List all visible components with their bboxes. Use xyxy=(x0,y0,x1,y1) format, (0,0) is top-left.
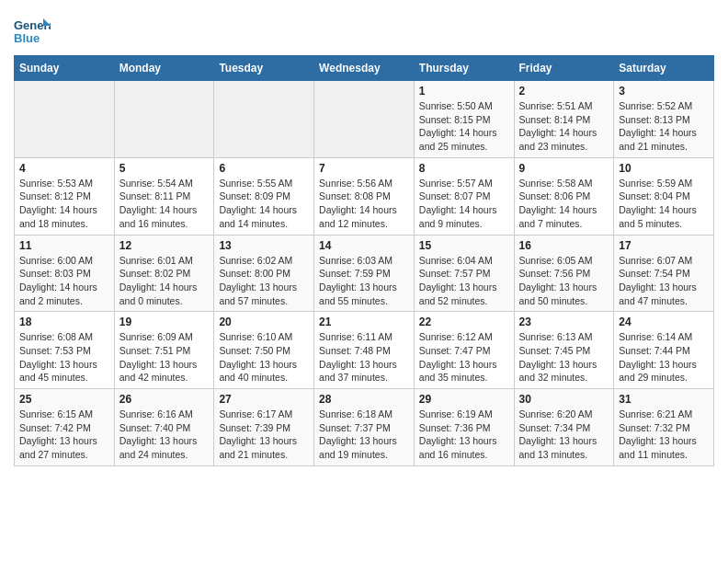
calendar-day-cell: 1Sunrise: 5:50 AM Sunset: 8:15 PM Daylig… xyxy=(414,81,514,158)
calendar-day-cell: 25Sunrise: 6:15 AM Sunset: 7:42 PM Dayli… xyxy=(15,389,115,466)
calendar-day-cell: 15Sunrise: 6:04 AM Sunset: 7:57 PM Dayli… xyxy=(414,235,514,312)
day-number: 19 xyxy=(119,316,210,328)
calendar-day-cell: 2Sunrise: 5:51 AM Sunset: 8:14 PM Daylig… xyxy=(514,81,614,158)
day-info: Sunrise: 5:58 AM Sunset: 8:06 PM Dayligh… xyxy=(519,177,609,231)
day-number: 6 xyxy=(219,162,309,175)
calendar-week-row: 1Sunrise: 5:50 AM Sunset: 8:15 PM Daylig… xyxy=(15,81,714,158)
calendar-day-cell: 27Sunrise: 6:17 AM Sunset: 7:39 PM Dayli… xyxy=(214,389,314,466)
calendar-day-cell xyxy=(314,81,415,158)
day-info: Sunrise: 6:20 AM Sunset: 7:34 PM Dayligh… xyxy=(519,408,609,462)
day-info: Sunrise: 6:14 AM Sunset: 7:44 PM Dayligh… xyxy=(619,330,709,385)
calendar-day-cell: 24Sunrise: 6:14 AM Sunset: 7:44 PM Dayli… xyxy=(614,312,714,389)
calendar-day-cell: 17Sunrise: 6:07 AM Sunset: 7:54 PM Dayli… xyxy=(614,235,714,312)
calendar-day-cell xyxy=(15,81,115,158)
calendar-day-cell: 12Sunrise: 6:01 AM Sunset: 8:02 PM Dayli… xyxy=(114,235,214,312)
day-info: Sunrise: 6:01 AM Sunset: 8:02 PM Dayligh… xyxy=(119,254,210,308)
day-number: 14 xyxy=(319,239,409,252)
day-info: Sunrise: 6:15 AM Sunset: 7:42 PM Dayligh… xyxy=(19,408,109,462)
calendar-day-cell: 19Sunrise: 6:09 AM Sunset: 7:51 PM Dayli… xyxy=(114,312,214,389)
day-info: Sunrise: 5:51 AM Sunset: 8:14 PM Dayligh… xyxy=(519,99,609,154)
day-number: 20 xyxy=(219,316,309,328)
day-number: 17 xyxy=(619,239,709,252)
day-info: Sunrise: 6:17 AM Sunset: 7:39 PM Dayligh… xyxy=(219,408,309,462)
day-info: Sunrise: 6:02 AM Sunset: 8:00 PM Dayligh… xyxy=(219,254,309,308)
day-of-week-header: Sunday xyxy=(15,56,115,81)
calendar-day-cell: 22Sunrise: 6:12 AM Sunset: 7:47 PM Dayli… xyxy=(414,312,514,389)
day-info: Sunrise: 5:56 AM Sunset: 8:08 PM Dayligh… xyxy=(319,177,409,231)
calendar-day-cell: 30Sunrise: 6:20 AM Sunset: 7:34 PM Dayli… xyxy=(514,389,614,466)
svg-text:Blue: Blue xyxy=(14,31,40,45)
day-info: Sunrise: 5:57 AM Sunset: 8:07 PM Dayligh… xyxy=(419,177,509,231)
day-of-week-header: Tuesday xyxy=(214,56,314,81)
calendar-header-row: SundayMondayTuesdayWednesdayThursdayFrid… xyxy=(15,56,714,81)
calendar-day-cell: 20Sunrise: 6:10 AM Sunset: 7:50 PM Dayli… xyxy=(214,312,314,389)
calendar-day-cell xyxy=(214,81,314,158)
day-info: Sunrise: 6:09 AM Sunset: 7:51 PM Dayligh… xyxy=(119,330,210,385)
day-info: Sunrise: 5:59 AM Sunset: 8:04 PM Dayligh… xyxy=(619,177,709,231)
day-info: Sunrise: 5:50 AM Sunset: 8:15 PM Dayligh… xyxy=(419,99,509,154)
day-number: 15 xyxy=(419,239,509,252)
calendar-week-row: 18Sunrise: 6:08 AM Sunset: 7:53 PM Dayli… xyxy=(15,312,714,389)
day-info: Sunrise: 6:11 AM Sunset: 7:48 PM Dayligh… xyxy=(319,330,409,385)
day-info: Sunrise: 5:55 AM Sunset: 8:09 PM Dayligh… xyxy=(219,177,309,231)
day-number: 30 xyxy=(519,393,609,406)
day-number: 23 xyxy=(519,316,609,328)
day-number: 7 xyxy=(319,162,409,175)
day-of-week-header: Wednesday xyxy=(314,56,415,81)
calendar-week-row: 11Sunrise: 6:00 AM Sunset: 8:03 PM Dayli… xyxy=(15,235,714,312)
day-info: Sunrise: 6:19 AM Sunset: 7:36 PM Dayligh… xyxy=(419,408,509,462)
calendar-day-cell: 26Sunrise: 6:16 AM Sunset: 7:40 PM Dayli… xyxy=(114,389,214,466)
day-number: 1 xyxy=(419,85,509,98)
day-info: Sunrise: 5:54 AM Sunset: 8:11 PM Dayligh… xyxy=(119,177,210,231)
logo-icon: General Blue xyxy=(14,15,51,48)
day-info: Sunrise: 6:18 AM Sunset: 7:37 PM Dayligh… xyxy=(319,408,409,462)
day-info: Sunrise: 6:21 AM Sunset: 7:32 PM Dayligh… xyxy=(619,408,709,462)
day-info: Sunrise: 6:03 AM Sunset: 7:59 PM Dayligh… xyxy=(319,254,409,308)
calendar-day-cell: 23Sunrise: 6:13 AM Sunset: 7:45 PM Dayli… xyxy=(514,312,614,389)
day-number: 10 xyxy=(619,162,709,175)
calendar-day-cell: 10Sunrise: 5:59 AM Sunset: 8:04 PM Dayli… xyxy=(614,157,714,235)
day-number: 28 xyxy=(319,393,409,406)
day-number: 24 xyxy=(619,316,709,328)
day-number: 3 xyxy=(619,85,709,98)
day-info: Sunrise: 6:13 AM Sunset: 7:45 PM Dayligh… xyxy=(519,330,609,385)
calendar-day-cell: 4Sunrise: 5:53 AM Sunset: 8:12 PM Daylig… xyxy=(15,157,115,235)
day-info: Sunrise: 6:00 AM Sunset: 8:03 PM Dayligh… xyxy=(19,254,109,308)
day-number: 12 xyxy=(119,239,210,252)
calendar-day-cell: 21Sunrise: 6:11 AM Sunset: 7:48 PM Dayli… xyxy=(314,312,415,389)
calendar-day-cell: 31Sunrise: 6:21 AM Sunset: 7:32 PM Dayli… xyxy=(614,389,714,466)
calendar-day-cell: 28Sunrise: 6:18 AM Sunset: 7:37 PM Dayli… xyxy=(314,389,415,466)
day-info: Sunrise: 6:07 AM Sunset: 7:54 PM Dayligh… xyxy=(619,254,709,308)
day-info: Sunrise: 6:08 AM Sunset: 7:53 PM Dayligh… xyxy=(19,330,109,385)
calendar-week-row: 25Sunrise: 6:15 AM Sunset: 7:42 PM Dayli… xyxy=(15,389,714,466)
calendar-week-row: 4Sunrise: 5:53 AM Sunset: 8:12 PM Daylig… xyxy=(15,157,714,235)
day-info: Sunrise: 6:16 AM Sunset: 7:40 PM Dayligh… xyxy=(119,408,210,462)
calendar-day-cell: 3Sunrise: 5:52 AM Sunset: 8:13 PM Daylig… xyxy=(614,81,714,158)
calendar-day-cell: 14Sunrise: 6:03 AM Sunset: 7:59 PM Dayli… xyxy=(314,235,415,312)
page-header: General Blue xyxy=(14,9,714,48)
day-info: Sunrise: 6:10 AM Sunset: 7:50 PM Dayligh… xyxy=(219,330,309,385)
day-info: Sunrise: 5:53 AM Sunset: 8:12 PM Dayligh… xyxy=(19,177,109,231)
day-info: Sunrise: 6:12 AM Sunset: 7:47 PM Dayligh… xyxy=(419,330,509,385)
calendar-day-cell: 8Sunrise: 5:57 AM Sunset: 8:07 PM Daylig… xyxy=(414,157,514,235)
calendar-day-cell: 9Sunrise: 5:58 AM Sunset: 8:06 PM Daylig… xyxy=(514,157,614,235)
day-number: 11 xyxy=(19,239,109,252)
day-number: 5 xyxy=(119,162,210,175)
day-number: 8 xyxy=(419,162,509,175)
calendar-day-cell: 29Sunrise: 6:19 AM Sunset: 7:36 PM Dayli… xyxy=(414,389,514,466)
calendar-day-cell: 6Sunrise: 5:55 AM Sunset: 8:09 PM Daylig… xyxy=(214,157,314,235)
day-of-week-header: Thursday xyxy=(414,56,514,81)
day-info: Sunrise: 5:52 AM Sunset: 8:13 PM Dayligh… xyxy=(619,99,709,154)
logo: General Blue xyxy=(14,9,51,48)
day-number: 31 xyxy=(619,393,709,406)
day-of-week-header: Saturday xyxy=(614,56,714,81)
calendar-day-cell: 16Sunrise: 6:05 AM Sunset: 7:56 PM Dayli… xyxy=(514,235,614,312)
day-info: Sunrise: 6:04 AM Sunset: 7:57 PM Dayligh… xyxy=(419,254,509,308)
calendar-table: SundayMondayTuesdayWednesdayThursdayFrid… xyxy=(14,55,714,466)
calendar-day-cell: 7Sunrise: 5:56 AM Sunset: 8:08 PM Daylig… xyxy=(314,157,415,235)
day-number: 18 xyxy=(19,316,109,328)
day-number: 2 xyxy=(519,85,609,98)
day-number: 4 xyxy=(19,162,109,175)
day-number: 26 xyxy=(119,393,210,406)
day-number: 13 xyxy=(219,239,309,252)
